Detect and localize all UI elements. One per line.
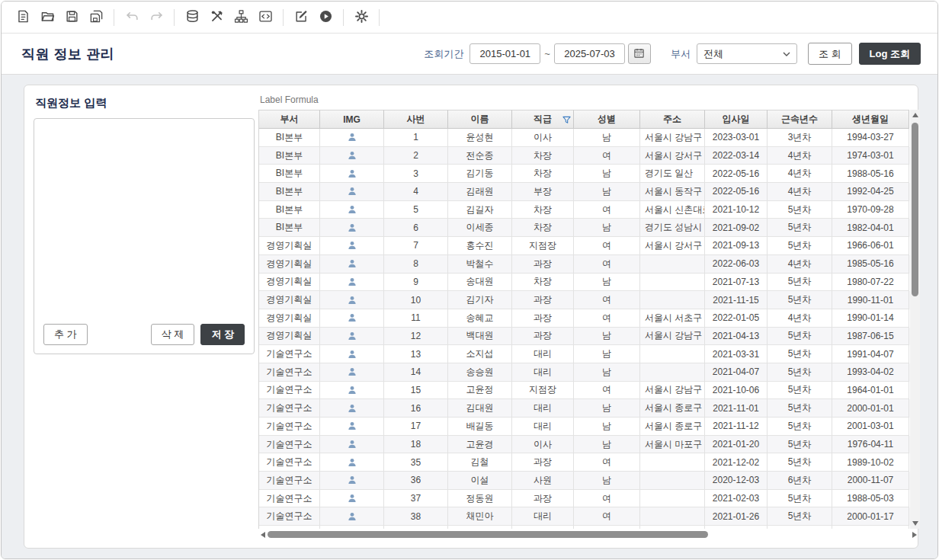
page-title: 직원 정보 관리 xyxy=(21,45,114,63)
vertical-scrollbar[interactable] xyxy=(910,110,920,529)
redo-button[interactable] xyxy=(146,7,167,28)
table-row[interactable]: 기술연구소36이설사원남2020-12-036년차2000-11-07 xyxy=(259,472,910,490)
column-header-6[interactable]: 성별 xyxy=(574,110,640,129)
table-cell: 정동원 xyxy=(448,490,512,508)
dept-select[interactable]: 전체 xyxy=(697,43,797,64)
edit-button[interactable] xyxy=(290,7,312,28)
table-cell: 1985-05-16 xyxy=(832,255,909,274)
table-row[interactable]: 기술연구소13소지섭대리남2021-03-315년차1991-04-07 xyxy=(259,345,910,363)
person-icon xyxy=(347,457,357,468)
database-button[interactable] xyxy=(181,7,203,28)
table-cell: 고윤정 xyxy=(448,382,512,400)
table-row[interactable]: 기술연구소17배길동대리남서울시 종로구2021-11-125년차2001-03… xyxy=(259,418,910,436)
table-row[interactable]: BI본부2전순종차장여서울시 강서구 ...2022-03-144년차1974-… xyxy=(259,147,910,165)
table-cell: 10 xyxy=(384,291,448,309)
table-cell-img xyxy=(320,274,384,292)
table-cell: 남 xyxy=(574,363,640,382)
column-header-label: 근속년수 xyxy=(781,113,818,126)
column-header-5[interactable]: 직급 xyxy=(512,110,574,129)
table-row[interactable]: 경영기획실9송대원차장남2021-07-135년차1980-07-22 xyxy=(259,274,910,292)
save-all-icon xyxy=(89,9,104,26)
table-cell: 1974-03-01 xyxy=(832,147,909,165)
filter-icon[interactable] xyxy=(562,116,571,126)
scroll-down-arrow[interactable] xyxy=(910,518,920,529)
save-all-button[interactable] xyxy=(85,7,107,28)
table-cell: BI본부 xyxy=(259,129,320,147)
table-row[interactable]: BI본부3김기동차장남경기도 일산2022-05-164년차1988-05-16 xyxy=(259,165,910,183)
gear-button[interactable] xyxy=(351,7,372,28)
table-cell: 5년차 xyxy=(768,453,832,472)
table-cell: 기술연구소 xyxy=(259,363,320,382)
table-row[interactable]: BI본부1윤성현이사남서울시 강남구2023-03-013년차1994-03-2… xyxy=(259,129,910,147)
table-cell: 1982-04-01 xyxy=(832,219,909,237)
undo-button[interactable] xyxy=(121,7,143,28)
calendar-button[interactable] xyxy=(628,43,651,64)
delete-button[interactable]: 삭 제 xyxy=(151,324,195,345)
scroll-left-arrow[interactable] xyxy=(258,530,268,539)
input-box-buttons: 추 가 삭 제 저 장 xyxy=(43,324,245,345)
column-header-9[interactable]: 근속년수 xyxy=(768,110,832,129)
vertical-scroll-thumb[interactable] xyxy=(912,123,918,296)
table-cell: 2021-02-03 xyxy=(705,490,768,508)
tools-button[interactable] xyxy=(206,7,227,28)
new-document-button[interactable] xyxy=(12,7,34,28)
add-button[interactable]: 추 가 xyxy=(43,324,88,345)
log-search-button[interactable]: Log 조회 xyxy=(859,43,921,65)
table-row[interactable]: 기술연구소37정동원과장여2021-02-035년차1988-05-03 xyxy=(259,490,910,508)
employee-input-box: 추 가 삭 제 저 장 xyxy=(34,118,255,354)
table-cell: 18 xyxy=(384,436,448,454)
table-cell: 1 xyxy=(384,129,448,147)
table-row[interactable]: 경영기획실10김기자과장여2021-11-155년차1990-11-01 xyxy=(259,291,910,309)
table-row[interactable]: BI본부5김길자차장여서울시 신촌대로2021-10-125년차1970-09-… xyxy=(259,201,910,219)
table-cell: 이세종 xyxy=(448,219,512,237)
table-row[interactable]: BI본부6이세종차장남경기도 성남시2021-09-025년차1982-04-0… xyxy=(259,219,910,237)
person-icon xyxy=(347,204,357,215)
search-button[interactable]: 조 회 xyxy=(808,43,852,65)
table-row[interactable]: 기술연구소38채민아대리여2021-01-265년차2000-01-17 xyxy=(259,507,910,526)
content-area: 직원정보 입력 추 가 삭 제 저 장 Label Formula 부서IMG사… xyxy=(2,75,937,558)
save-button[interactable]: 저 장 xyxy=(200,324,245,345)
table-row[interactable]: BI본부4김래원부장남서울시 동작구2022-05-164년차1992-04-2… xyxy=(259,183,910,201)
table-cell xyxy=(640,274,705,292)
code-button[interactable] xyxy=(255,7,276,28)
scroll-up-arrow[interactable] xyxy=(910,110,920,120)
save-button[interactable] xyxy=(61,7,82,28)
table-row[interactable]: 기술연구소35김철과장여2021-12-025년차1989-10-02 xyxy=(259,453,910,472)
horizontal-scroll-thumb[interactable] xyxy=(268,531,708,538)
column-header-1[interactable]: 부서 xyxy=(259,110,320,129)
toolbar-separator xyxy=(174,9,175,26)
table-cell: 14 xyxy=(384,363,448,382)
date-from-input[interactable] xyxy=(470,43,540,64)
table-cell-img xyxy=(320,255,384,274)
table-row[interactable]: 경영기획실12백대원과장남서울시 강남구2021-04-135년차1987-06… xyxy=(259,328,910,346)
table-row[interactable]: 경영기획실11송혜교과장여서울시 서초구2022-01-054년차1990-01… xyxy=(259,309,910,328)
column-header-3[interactable]: 사번 xyxy=(384,110,448,129)
column-header-7[interactable]: 주소 xyxy=(640,110,705,129)
table-cell: 여 xyxy=(574,382,640,400)
table-cell: 홍수진 xyxy=(448,237,512,255)
table-cell: 7 xyxy=(384,237,448,255)
table-row[interactable]: 기술연구소14송승원대리남2021-04-075년차1993-04-02 xyxy=(259,363,910,382)
open-folder-button[interactable] xyxy=(37,7,58,28)
table-cell: 전순종 xyxy=(448,147,512,165)
column-header-10[interactable]: 생년월일 xyxy=(832,110,909,129)
table-cell: 5년차 xyxy=(768,291,832,309)
play-button[interactable] xyxy=(315,7,336,28)
table-row[interactable]: 기술연구소18고윤경이사남서울시 마포구2021-01-205년차1976-04… xyxy=(259,436,910,454)
table-row[interactable]: 기술연구소16김대원대리남서울시 종로구2021-11-015년차2000-01… xyxy=(259,399,910,418)
scroll-right-arrow[interactable] xyxy=(910,530,919,539)
table-cell: 35 xyxy=(384,453,448,472)
open-folder-icon xyxy=(40,9,55,26)
table-row[interactable]: 경영기획실8박철수과장여2022-06-034년차1985-05-16 xyxy=(259,255,910,274)
table-row[interactable]: 경영기획실7홍수진지점장여서울시 강서구2021-09-135년차1966-06… xyxy=(259,237,910,255)
sitemap-button[interactable] xyxy=(230,7,252,28)
date-to-input[interactable] xyxy=(554,43,625,64)
column-header-8[interactable]: 입사일 xyxy=(705,110,768,129)
horizontal-scrollbar[interactable] xyxy=(258,530,919,539)
table-row[interactable]: 기술연구소15고윤정지점장여서울시 강남구2021-10-065년차1964-0… xyxy=(259,382,910,400)
column-header-2[interactable]: IMG xyxy=(320,110,384,129)
table-cell-img xyxy=(320,507,384,526)
column-header-4[interactable]: 이름 xyxy=(448,110,512,129)
person-icon xyxy=(347,421,357,431)
toolbar xyxy=(2,2,937,34)
